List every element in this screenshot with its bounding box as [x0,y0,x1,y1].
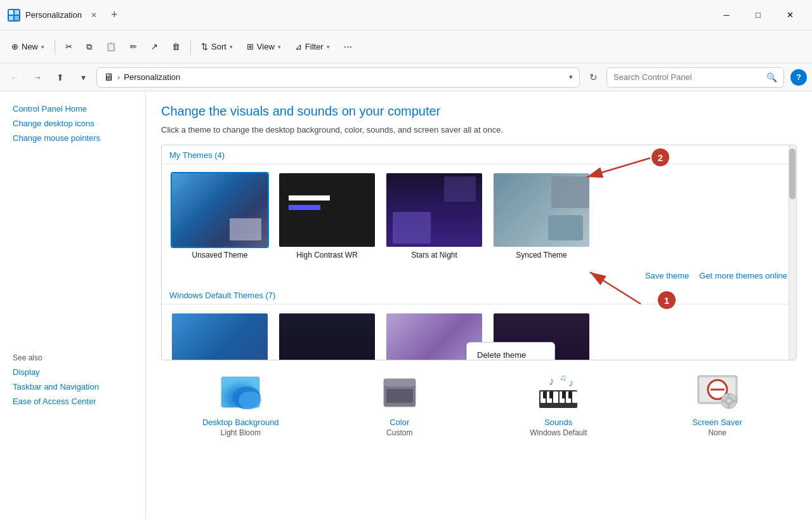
maximize-button[interactable]: □ [743,5,773,25]
search-bar: 🔍 [606,67,784,88]
filter-button[interactable]: ⊿ Filter ▾ [289,38,336,55]
main-layout: Control Panel Home Change desktop icons … [0,91,812,519]
recent-button[interactable]: ▾ [74,68,93,87]
new-button[interactable]: ⊕ New ▾ [5,38,51,55]
sidebar-item-change-desktop-icons[interactable]: Change desktop icons [0,116,145,131]
delete-button[interactable]: 🗑 [166,38,187,55]
up-button[interactable]: ⬆ [51,68,70,87]
theme-thumb-dark[interactable] [278,312,376,360]
close-button[interactable]: ✕ [775,5,804,25]
save-theme-link[interactable]: Save theme [645,271,689,280]
theme-item-stars[interactable]: Stars at Night [385,172,483,260]
svg-rect-13 [384,379,416,386]
desktop-background-link[interactable]: Desktop Background [202,417,279,427]
sounds-sub: Windows Default [530,428,587,437]
location-icon: 🖥 [103,72,114,83]
sidebar-main-links: Control Panel Home Change desktop icons … [0,102,145,145]
content-area: Change the visuals and sounds on your co… [146,91,812,519]
windows-default-themes-label[interactable]: Windows Default Themes (7) [162,286,796,305]
delete-theme-menu-item[interactable]: Delete theme [467,345,554,360]
tab-close-button[interactable]: ✕ [87,10,101,21]
theme-item-synced[interactable]: Synced Theme [492,172,591,260]
view-button[interactable]: ⊞ View ▾ [240,38,287,55]
scrollbar-thumb[interactable] [789,148,796,199]
theme-name-hc: High Contrast WR [296,251,358,260]
search-input[interactable] [613,72,763,82]
tab-title: Personalization [25,10,82,20]
panel-sounds[interactable]: ♪ ♫ ♪ Sounds Windows Default [501,371,615,437]
svg-rect-25 [568,391,572,398]
sidebar-item-display[interactable]: Display [0,365,145,379]
svg-text:♪: ♪ [549,375,554,388]
more-icon: ··· [344,41,352,53]
copy-button[interactable]: ⧉ [80,38,98,56]
sidebar-item-taskbar[interactable]: Taskbar and Navigation [0,379,145,394]
screen-saver-link[interactable]: Screen Saver [692,417,742,427]
panel-screen-saver[interactable]: Screen Saver None [660,371,775,437]
filter-label: Filter [305,42,324,51]
sidebar-item-change-mouse-pointers[interactable]: Change mouse pointers [0,131,145,145]
color-link[interactable]: Color [390,417,409,427]
rename-button[interactable]: ✏ [124,38,143,55]
breadcrumb[interactable]: 🖥 › Personalization ▾ [96,67,580,88]
theme-thumb-hc[interactable] [278,172,376,248]
svg-rect-24 [562,391,566,398]
theme-item-hc[interactable]: High Contrast WR [278,172,376,260]
new-icon: ⊕ [11,42,18,51]
color-sub: Custom [386,428,412,437]
scrollbar-track[interactable] [789,145,796,360]
theme-item-unsaved[interactable]: Unsaved Theme [171,172,269,260]
sort-label: Sort [211,42,226,51]
sounds-icon: ♪ ♫ ♪ [533,371,584,415]
new-tab-button[interactable]: + [111,8,118,22]
badge-1: 1 [658,291,676,309]
search-icon[interactable]: 🔍 [766,72,777,82]
breadcrumb-location: Personalization [124,72,180,82]
sidebar-item-control-panel-home[interactable]: Control Panel Home [0,102,145,116]
view-label: View [257,42,275,51]
svg-rect-1 [9,10,13,15]
theme-item-dark[interactable] [278,312,376,360]
help-button[interactable]: ? [790,69,807,86]
theme-item-bloom[interactable] [171,312,269,360]
theme-container: My Themes (4) Unsaved Theme [161,145,797,360]
svg-rect-23 [549,391,553,398]
sort-button[interactable]: ⇅ Sort ▾ [195,38,239,55]
sidebar-item-ease-of-access[interactable]: Ease of Access Center [0,394,145,409]
window-icon [8,9,20,22]
svg-rect-38 [722,400,725,402]
address-bar: ← → ⬆ ▾ 🖥 › Personalization ▾ ↻ 🔍 ? [0,63,812,91]
panel-desktop-background[interactable]: Desktop Background Light Bloom [183,371,298,437]
refresh-button[interactable]: ↻ [584,68,603,87]
share-button[interactable]: ↗ [145,38,164,55]
svg-rect-3 [9,16,13,20]
get-more-themes-link[interactable]: Get more themes online [699,271,787,280]
my-themes-label[interactable]: My Themes (4) [162,145,796,164]
theme-thumb-synced[interactable] [492,172,591,248]
theme-thumb-stars[interactable] [385,172,483,248]
cut-button[interactable]: ✂ [59,38,79,55]
theme-thumb-unsaved[interactable] [171,172,269,248]
svg-rect-14 [386,389,413,403]
svg-rect-18 [553,391,558,403]
theme-thumb-bloom[interactable] [171,312,269,360]
filter-icon: ⊿ [295,42,302,51]
forward-button[interactable]: → [28,68,47,87]
svg-text:♫: ♫ [560,372,566,383]
tab-area: Personalization ✕ + [8,8,117,22]
context-menu: Delete theme [466,342,555,360]
color-icon [374,371,425,415]
panel-color[interactable]: Color Custom [343,371,457,437]
breadcrumb-separator: › [117,72,120,82]
view-icon: ⊞ [247,42,254,51]
minimize-button[interactable]: ─ [712,5,741,25]
delete-icon: 🗑 [172,42,180,51]
theme-name-stars: Stars at Night [411,251,457,260]
view-chevron: ▾ [278,44,281,50]
more-button[interactable]: ··· [337,37,358,56]
paste-button[interactable]: 📋 [100,38,122,55]
sounds-link[interactable]: Sounds [544,417,572,427]
theme-name-synced: Synced Theme [516,251,567,260]
svg-rect-36 [728,394,730,397]
back-button[interactable]: ← [5,68,24,87]
